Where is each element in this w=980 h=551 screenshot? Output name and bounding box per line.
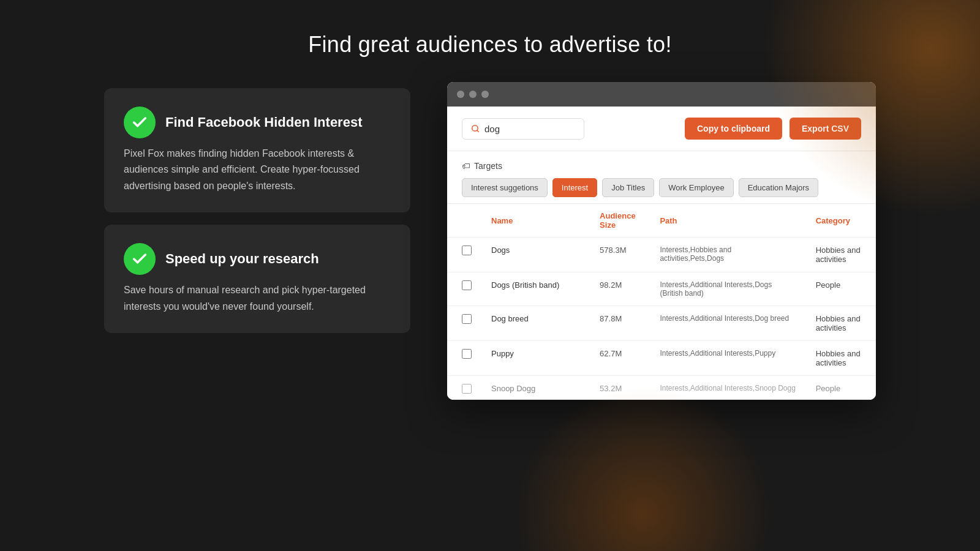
tab-work-employee[interactable]: Work Employee [659,178,734,197]
col-header-path: Path [650,204,805,238]
svg-line-1 [477,130,479,132]
col-header-category: Category [806,204,876,238]
export-csv-button[interactable]: Export CSV [790,118,861,140]
tab-interest[interactable]: Interest [552,178,597,197]
targets-section: 🏷 Targets Interest suggetions Interest J… [447,151,876,204]
row-name-2: Dogs (British band) [481,272,590,306]
titlebar-dot-2 [469,91,477,98]
row-name-1: Dogs [481,238,590,272]
row-checkbox-1[interactable] [462,246,472,255]
targets-label: 🏷 Targets [462,161,861,171]
table-row: Puppy 62.7M Interests,Additional Interes… [447,341,876,376]
row-size-2: 98.2M [590,272,650,306]
row-checkbox-3[interactable] [462,314,472,324]
search-bar-row: dog Copy to clipboard Export CSV [447,107,876,151]
table-row: Dog breed 87.8M Interests,Additional Int… [447,306,876,341]
table-row: Snoop Dogg 53.2M Interests,Additional In… [447,376,876,400]
action-buttons: Copy to clipboard Export CSV [685,118,861,140]
row-path-5: Interests,Additional Interests,Snoop Dog… [650,376,805,400]
row-name-3: Dog breed [481,306,590,341]
table-row: Dogs (British band) 98.2M Interests,Addi… [447,272,876,306]
col-header-name: Name [481,204,590,238]
row-path-2: Interests,Additional Interests,Dogs (Bri… [650,272,805,306]
search-icon [471,124,480,133]
row-size-4: 62.7M [590,341,650,376]
titlebar-dot-3 [481,91,489,98]
row-name-5: Snoop Dogg [481,376,590,400]
browser-titlebar [447,82,876,107]
row-checkbox-4[interactable] [462,349,472,359]
row-cat-2: People [806,272,876,306]
tab-interest-suggestions[interactable]: Interest suggetions [462,178,548,197]
row-path-4: Interests,Additional Interests,Puppy [650,341,805,376]
row-path-1: Interests,Hobbies and activities,Pets,Do… [650,238,805,272]
main-layout: Find Facebook Hidden Interest Pixel Fox … [0,82,980,400]
feature-title-2: Speed up your research [165,250,319,268]
row-checkbox-cell-4[interactable] [447,341,481,376]
row-size-1: 578.3M [590,238,650,272]
row-size-5: 53.2M [590,376,650,400]
search-value: dog [484,124,500,134]
col-checkbox [447,204,481,238]
checkmark-circle-2 [124,243,156,275]
row-name-4: Puppy [481,341,590,376]
row-path-3: Interests,Additional Interests,Dog breed [650,306,805,341]
feature-title-1: Find Facebook Hidden Interest [165,114,362,132]
page-title: Find great audiences to advertise to! [0,0,980,82]
row-checkbox-cell-5[interactable] [447,376,481,400]
browser-window: dog Copy to clipboard Export CSV 🏷 Targe… [447,82,876,400]
feature-card-2: Speed up your research Save hours of man… [104,225,410,333]
browser-content: dog Copy to clipboard Export CSV 🏷 Targe… [447,107,876,400]
table-header: Name Audience Size Path Category [447,204,876,238]
feature-desc-2: Save hours of manual research and pick h… [124,282,391,315]
feature-card-1: Find Facebook Hidden Interest Pixel Fox … [104,88,410,212]
row-cat-5: People [806,376,876,400]
data-table: Name Audience Size Path Category Dogs 57… [447,204,876,400]
targets-text: Targets [474,161,502,171]
table-body: Dogs 578.3M Interests,Hobbies and activi… [447,238,876,400]
row-cat-1: Hobbies and activities [806,238,876,272]
table-row: Dogs 578.3M Interests,Hobbies and activi… [447,238,876,272]
titlebar-dot-1 [457,91,464,98]
row-checkbox-5[interactable] [462,384,472,394]
tab-education-majors[interactable]: Education Majors [739,178,818,197]
row-checkbox-2[interactable] [462,280,472,290]
left-panel: Find Facebook Hidden Interest Pixel Fox … [104,82,410,333]
copy-to-clipboard-button[interactable]: Copy to clipboard [685,118,782,140]
row-cat-4: Hobbies and activities [806,341,876,376]
row-size-3: 87.8M [590,306,650,341]
feature-desc-1: Pixel Fox makes finding hidden Facebook … [124,146,391,194]
tab-job-titles[interactable]: Job Titles [602,178,654,197]
checkmark-circle-1 [124,107,156,138]
feature-card-1-header: Find Facebook Hidden Interest [124,107,391,138]
row-checkbox-cell-2[interactable] [447,272,481,306]
col-header-audience-size: Audience Size [590,204,650,238]
row-checkbox-cell-1[interactable] [447,238,481,272]
search-input-wrapper[interactable]: dog [462,118,584,140]
row-cat-3: Hobbies and activities [806,306,876,341]
feature-card-2-header: Speed up your research [124,243,391,275]
tag-icon: 🏷 [462,161,470,171]
filter-tabs: Interest suggetions Interest Job Titles … [462,178,861,197]
row-checkbox-cell-3[interactable] [447,306,481,341]
